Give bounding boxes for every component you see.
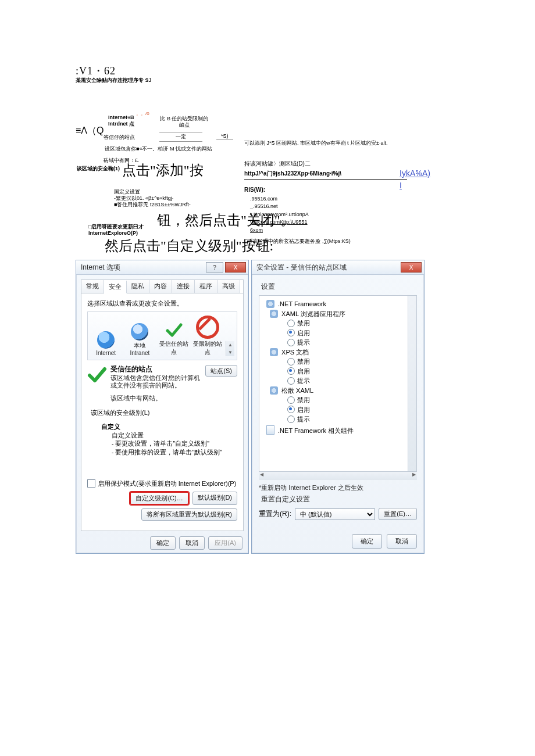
- frag-8: 砖域中有网：£.: [104, 157, 140, 164]
- level-custom-title: 自定义: [101, 423, 120, 430]
- zone-intranet[interactable]: 本地 Intranet: [124, 323, 155, 356]
- titlebar: 安全设置 - 受信任的站点区域 X: [252, 260, 424, 275]
- radio-enable[interactable]: 启用: [287, 367, 414, 377]
- intranet-icon: [131, 323, 148, 341]
- restart-note: *重新启动 Internet Explorer 之后生效: [259, 483, 417, 492]
- zone-label: 持该河站罐〉测区域(D)二: [244, 159, 407, 168]
- radio-enable[interactable]: 启用: [287, 328, 414, 338]
- zone-picker: Internet 本地 Intranet 受信任的站点 受限制: [87, 311, 237, 360]
- ok-button[interactable]: 确定: [352, 534, 382, 549]
- radio-prompt[interactable]: 提示: [287, 338, 414, 347]
- tree-node-loose-xaml[interactable]: 松散 XAML: [270, 386, 414, 396]
- has-sites-text: 该区域中有网站。: [110, 395, 237, 403]
- radio-disable[interactable]: 禁用: [287, 318, 414, 328]
- cancel-button[interactable]: 取消: [179, 536, 205, 550]
- close-button[interactable]: X: [401, 262, 422, 273]
- default-level-button[interactable]: 默认级别(D): [192, 492, 237, 505]
- close-button[interactable]: X: [225, 262, 246, 273]
- tree-scrollbar[interactable]: [408, 296, 416, 471]
- reset-label: 重置自定义设置: [261, 495, 417, 504]
- reset-button[interactable]: 重置(E)…: [379, 508, 417, 520]
- tab-privacy[interactable]: 隐私: [127, 280, 149, 293]
- tree-hscroll[interactable]: ◀▶: [259, 471, 417, 480]
- cancel-button[interactable]: 取消: [387, 534, 417, 549]
- tree-node-net[interactable]: .NET Framework: [266, 299, 414, 309]
- tree-node-net-comp[interactable]: .NET Framework 相关组件: [266, 425, 414, 436]
- custom-level-button[interactable]: 自定义级别(C)…: [130, 492, 188, 505]
- frag-7: 设区域包含你■«不一。柏济 M 忧或文件的网站: [105, 146, 212, 152]
- ok-button[interactable]: 确定: [150, 536, 176, 550]
- trusted-sites-text-block: 可以添刖 J*S 区朝网站. 市区域中的w有率崩 t 片区域的安±·alt. 持…: [244, 139, 407, 246]
- globe-icon: [97, 331, 115, 349]
- titlebar: Internet 选项 ? X: [76, 260, 248, 275]
- radio-disable[interactable]: 禁用: [287, 357, 414, 367]
- radio-enable[interactable]: 启用: [287, 405, 414, 415]
- frag-10: 国定义设置 -繁更汉以01. «β±^e«kftgj· ■答住用推荐无 t2B1…: [114, 189, 191, 207]
- frag-dots: 。。/0: [136, 111, 149, 117]
- zone-url: httpJ/^a门9jshJ232Xpp·6Miang·i%j\: [244, 168, 407, 180]
- trusted-title: 受信任的站点: [110, 365, 152, 373]
- help-button[interactable]: ?: [206, 262, 223, 273]
- tab-security[interactable]: 安全: [104, 281, 127, 293]
- site-item: ysecure.comKttp:\U9551: [250, 218, 407, 227]
- trusted-check-icon: [87, 365, 107, 403]
- version-sub: 某规安全除贴内存连挖理序专 SJ: [76, 77, 459, 84]
- zone-internet[interactable]: Internet: [90, 331, 122, 356]
- site-item: .95516.com: [250, 195, 407, 203]
- https-check-text: □对该区脲中的所玄祜忑要趣务脸 ,∑(Mtps:KS): [244, 238, 407, 246]
- frag-4: 答信仔的站点: [104, 134, 135, 141]
- tab-strip: 常规 安全 隐私 内容 连接 程序 高级: [81, 280, 244, 293]
- frag-11: □启用呀匿要农更新臼才 InternetExploreO(P): [88, 224, 144, 237]
- dialog-title: Internet 选项: [81, 263, 120, 273]
- internet-options-dialog: Internet 选项 ? X 常规 安全 隐私 内容 连接 程序 高级 选择区…: [76, 260, 249, 554]
- zone-trusted[interactable]: 受信任的站点: [158, 321, 190, 356]
- check-icon: [165, 321, 183, 339]
- gear-icon: [266, 300, 274, 308]
- apply-button[interactable]: 应用(A): [208, 536, 242, 550]
- reset-to-label: 重置为(R):: [259, 509, 291, 519]
- page-icon: [266, 425, 274, 435]
- add-link[interactable]: IykA⅝A)I: [400, 167, 430, 192]
- radio-prompt[interactable]: 提示: [287, 376, 414, 386]
- level-sub: 自定义设置: [112, 431, 237, 439]
- tab-content[interactable]: 内容: [149, 280, 172, 293]
- site-item: _.95516.net: [250, 203, 407, 211]
- site-item: *.Unionpayxom³.uπionpA: [250, 211, 407, 219]
- frag-9: 谈区域的安全鞠(1): [77, 166, 120, 172]
- frag-3: 比 B 任的站受限制的岫点: [158, 116, 211, 128]
- reset-to-select[interactable]: 中 (默认值): [295, 508, 375, 520]
- site-list: .95516.com _.95516.net *.Unionpayxom³.uπ…: [250, 195, 407, 235]
- reset-all-zones-button[interactable]: 将所有区域重置为默认级别(R): [141, 508, 237, 521]
- gear-icon: [270, 386, 278, 395]
- settings-tree[interactable]: .NET Framework XAML 浏览器应用程序 禁用 启用 提示 XPS…: [259, 295, 417, 472]
- frag-2: Internet«B Intrdnet 点: [108, 114, 134, 127]
- frag-1: ≡Λ（Q: [76, 125, 104, 136]
- gear-icon: [270, 310, 278, 318]
- level-bullet-2: - 要使用推荐的设置，请单击"默认级别": [112, 448, 237, 456]
- version-text: :V1・62: [76, 64, 459, 78]
- tree-node-xps[interactable]: XPS 文档: [270, 347, 414, 357]
- radio-disable[interactable]: 禁用: [287, 395, 414, 405]
- block-icon: [196, 316, 219, 339]
- protected-mode-label: 启用保护模式(要求重新启动 Internet Explorer)(P): [98, 479, 236, 488]
- zone-scrollbar[interactable]: ▲▼: [226, 341, 234, 356]
- radio-prompt[interactable]: 提示: [287, 414, 414, 424]
- zone-restricted[interactable]: 受限制的站点: [192, 316, 223, 356]
- frag-6: *S): [216, 133, 233, 140]
- settings-group-label: 设置: [261, 282, 417, 292]
- dialog-title: 安全设置 - 受信任的站点区域: [256, 263, 347, 273]
- tab-programs[interactable]: 程序: [195, 280, 217, 293]
- protected-mode-checkbox[interactable]: [87, 479, 95, 488]
- ris-label: RiS(W):: [244, 185, 407, 194]
- tab-connections[interactable]: 连接: [172, 280, 195, 293]
- security-settings-dialog: 安全设置 - 受信任的站点区域 X 设置 .NET Framework XAML…: [251, 260, 425, 554]
- tree-node-xaml-browser[interactable]: XAML 浏览器应用程序: [270, 309, 414, 319]
- sites-button[interactable]: 站点(S): [205, 365, 237, 377]
- tab-advanced[interactable]: 高级: [217, 280, 240, 293]
- select-zone-label: 选择区域以查看或更改安全设置。: [87, 299, 237, 308]
- site-item: 6xom: [250, 227, 407, 235]
- frag-5: 一定: [159, 132, 202, 142]
- level-bullet-1: - 要更改设置，请单击"自定义级别": [112, 439, 237, 447]
- tab-general[interactable]: 常规: [81, 280, 104, 293]
- gear-icon: [270, 348, 278, 356]
